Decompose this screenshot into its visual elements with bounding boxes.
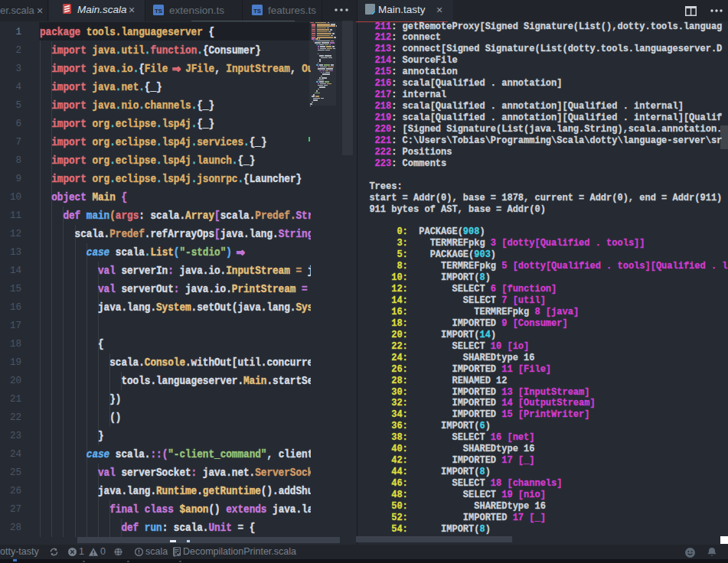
- svg-text:TS: TS: [155, 8, 163, 15]
- svg-text:TS: TS: [253, 8, 262, 15]
